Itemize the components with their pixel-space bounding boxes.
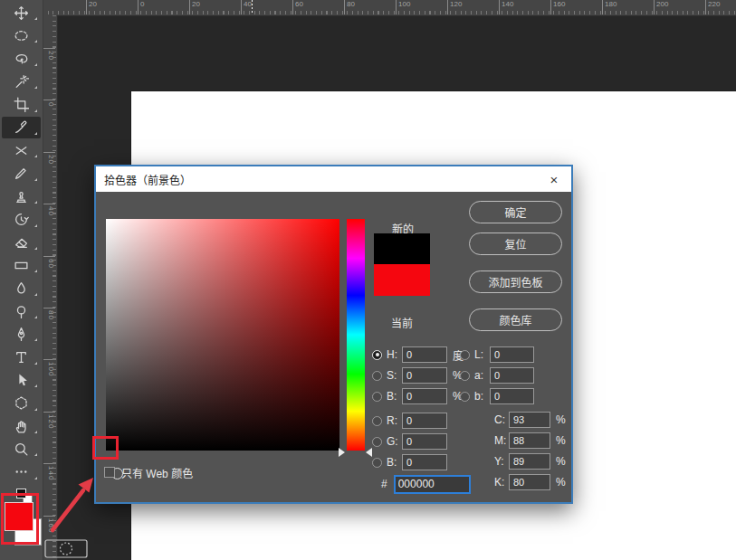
magenta-unit: % [556, 434, 566, 447]
lab-l-radio[interactable] [460, 350, 470, 360]
green-radio[interactable] [372, 437, 382, 447]
blur-tool[interactable] [2, 278, 41, 299]
saturation-brightness-field[interactable] [106, 219, 339, 451]
gradient-tool[interactable] [2, 254, 41, 276]
hue-slider[interactable] [347, 219, 365, 451]
hue-label: H: [387, 348, 402, 361]
hex-input[interactable] [394, 475, 471, 494]
more-tools[interactable] [2, 461, 41, 483]
brush-icon [14, 166, 29, 181]
red-radio[interactable] [372, 416, 382, 426]
magic-wand-tool[interactable] [2, 71, 41, 92]
lab-b-label: b: [474, 390, 490, 403]
blue-radio[interactable] [372, 458, 382, 468]
hex-label: # [381, 478, 387, 490]
cyan-input[interactable] [509, 412, 550, 428]
close-button[interactable]: × [537, 166, 571, 192]
web-colors-row: 只有 Web 颜色 [104, 464, 193, 480]
eraser-tool[interactable] [2, 232, 41, 253]
field-row-brightness: B: % [372, 388, 463, 404]
saturation-radio[interactable] [372, 371, 382, 381]
green-input[interactable] [402, 433, 447, 450]
hue-radio[interactable] [372, 350, 382, 360]
foreground-color-swatch[interactable] [5, 502, 33, 531]
field-row-lab-l: L: [460, 346, 534, 363]
ok-button[interactable]: 确定 [469, 201, 562, 223]
ruler-label-h: 200 [654, 0, 668, 14]
hue-slider-left-arrow[interactable] [339, 448, 345, 457]
web-colors-label: 只有 Web 颜色 [121, 465, 193, 480]
zoom-tool[interactable] [2, 438, 41, 460]
lab-a-label: a: [474, 369, 490, 382]
lab-b-input[interactable] [490, 388, 534, 404]
history-brush-tool[interactable] [2, 209, 41, 231]
lab-b-radio[interactable] [460, 392, 470, 402]
reset-button[interactable]: 复位 [469, 233, 562, 255]
move-tool[interactable] [2, 2, 41, 24]
lab-a-radio[interactable] [460, 371, 470, 381]
shape-tool[interactable] [2, 393, 41, 414]
current-color-swatch [374, 264, 430, 296]
brightness-input[interactable] [402, 388, 447, 404]
ruler-label-v: 140 [43, 463, 55, 480]
dialog-titlebar[interactable]: 拾色器（前景色） × [96, 166, 571, 192]
measure-tool[interactable] [2, 139, 41, 161]
ruler-label-h: 40 [241, 0, 252, 14]
new-color-swatch [374, 233, 430, 264]
stamp-icon [14, 189, 29, 204]
brush-tool[interactable] [2, 163, 41, 185]
quick-mask-button[interactable] [42, 538, 91, 560]
black-unit: % [556, 476, 566, 489]
hand-tool[interactable] [2, 415, 41, 437]
clone-stamp-tool[interactable] [2, 185, 41, 207]
hand-icon [14, 419, 29, 434]
lasso-tool[interactable] [2, 48, 41, 70]
ellipsis-icon [14, 464, 29, 479]
color-picker-dialog: 拾色器（前景色） × 新的 当前 确定 复位 添加到色板 颜色库 H: 度 [94, 165, 573, 504]
red-input[interactable] [402, 413, 447, 429]
ruler-label-v: 20 [43, 152, 55, 165]
magenta-label: M: [494, 434, 509, 447]
magic-wand-icon [14, 74, 29, 90]
lab-l-input[interactable] [490, 346, 534, 363]
cyan-unit: % [556, 413, 566, 426]
type-tool[interactable] [2, 346, 41, 368]
move-icon [14, 5, 29, 21]
horizontal-ruler: 20020406080100120140160180200220 [43, 0, 736, 16]
magnifier-icon [14, 441, 29, 457]
add-to-swatches-button[interactable]: 添加到色板 [469, 271, 562, 293]
ruler-label-h: 0 [138, 0, 144, 14]
arrow-cursor-icon [14, 373, 29, 388]
blue-input[interactable] [402, 454, 447, 470]
field-row-lab-b: b: [460, 388, 534, 404]
close-icon: × [550, 172, 559, 187]
ruler-label-v: 60 [43, 256, 55, 269]
ruler-label-v: 40 [43, 204, 55, 216]
field-row-blue: B: [372, 454, 447, 470]
field-row-red: R: [372, 413, 447, 429]
dodge-tool[interactable] [2, 300, 41, 322]
hue-slider-right-arrow[interactable] [366, 448, 372, 457]
web-colors-checkbox[interactable] [104, 467, 115, 478]
black-label: K: [494, 476, 509, 489]
ruler-label-h: 80 [344, 0, 355, 14]
lab-a-input[interactable] [490, 367, 534, 384]
ellipse-marquee-icon [14, 28, 29, 43]
default-colors-icon[interactable] [16, 489, 26, 498]
crop-tool[interactable] [2, 94, 41, 116]
marquee-tool[interactable] [2, 24, 41, 46]
black-input[interactable] [509, 474, 550, 490]
hue-input[interactable] [402, 346, 447, 363]
eyedropper-tool[interactable] [2, 117, 41, 138]
path-select-tool[interactable] [2, 369, 41, 391]
dialog-title: 拾色器（前景色） [96, 172, 537, 187]
ruler-label-v: 100 [43, 359, 55, 376]
brightness-label: B: [387, 390, 402, 403]
cyan-label: C: [494, 413, 509, 426]
brightness-radio[interactable] [372, 392, 382, 402]
magenta-input[interactable] [509, 432, 550, 449]
pen-tool[interactable] [2, 323, 41, 345]
color-libraries-button[interactable]: 颜色库 [469, 308, 562, 331]
saturation-input[interactable] [402, 367, 447, 384]
yellow-input[interactable] [509, 453, 550, 470]
